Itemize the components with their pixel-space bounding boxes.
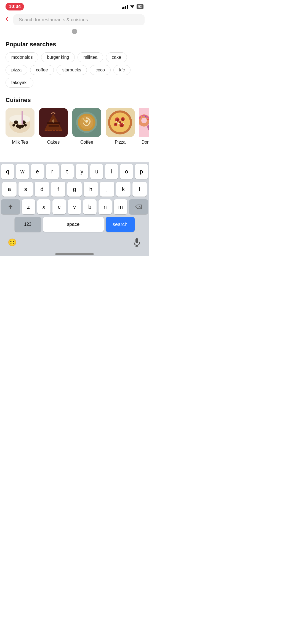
- key-h[interactable]: h: [84, 182, 98, 197]
- tag-takoyaki[interactable]: takoyaki: [6, 78, 33, 88]
- svg-rect-47: [135, 238, 138, 243]
- key-o[interactable]: o: [120, 164, 133, 179]
- cuisine-cakes-image: [39, 108, 68, 137]
- key-g[interactable]: g: [67, 182, 82, 197]
- tag-kfc[interactable]: kfc: [113, 65, 131, 75]
- key-j[interactable]: j: [100, 182, 114, 197]
- key-f[interactable]: f: [51, 182, 65, 197]
- key-w[interactable]: w: [16, 164, 29, 179]
- key-n[interactable]: n: [99, 199, 112, 214]
- tag-starbucks[interactable]: starbucks: [57, 65, 87, 75]
- cuisine-donuts-label: Don...: [142, 140, 149, 145]
- key-shift[interactable]: [1, 199, 20, 214]
- svg-point-3: [14, 120, 18, 124]
- tags-container: mcdonalds burger king milktea cake pizza…: [6, 52, 143, 88]
- key-e[interactable]: e: [31, 164, 44, 179]
- tag-burger-king[interactable]: burger king: [41, 52, 75, 62]
- popular-searches-title: Popular searches: [6, 41, 143, 48]
- cuisines-section: Cuisines: [0, 90, 149, 151]
- keyboard-extras: 🙂: [0, 235, 149, 251]
- cuisine-cakes[interactable]: Cakes: [39, 108, 68, 145]
- svg-rect-10: [22, 111, 23, 125]
- status-icons: 53: [122, 4, 143, 9]
- key-z[interactable]: z: [22, 199, 35, 214]
- key-l[interactable]: l: [132, 182, 147, 197]
- key-d[interactable]: d: [35, 182, 49, 197]
- search-input[interactable]: Search for restaurants & cuisines: [13, 14, 145, 25]
- key-r[interactable]: r: [46, 164, 59, 179]
- cuisine-milktea[interactable]: Milk Tea: [6, 108, 34, 145]
- key-numbers[interactable]: 123: [15, 217, 41, 232]
- keyboard-row-1: q w e r t y u i o p: [0, 164, 149, 179]
- tag-cake[interactable]: cake: [106, 52, 127, 62]
- text-cursor: [18, 17, 18, 23]
- cuisine-pizza-label: Pizza: [115, 140, 126, 145]
- svg-point-6: [16, 124, 19, 128]
- emoji-button[interactable]: 🙂: [7, 237, 18, 248]
- svg-point-35: [123, 123, 124, 124]
- svg-point-34: [118, 123, 120, 124]
- svg-point-36: [116, 121, 117, 122]
- key-m[interactable]: m: [114, 199, 127, 214]
- key-search[interactable]: search: [106, 217, 135, 232]
- svg-point-31: [115, 123, 117, 125]
- drag-dot: [72, 29, 77, 34]
- cuisine-cakes-label: Cakes: [47, 140, 60, 145]
- tag-pizza[interactable]: pizza: [6, 65, 27, 75]
- svg-point-9: [24, 124, 27, 127]
- key-c[interactable]: c: [52, 199, 66, 214]
- key-b[interactable]: b: [83, 199, 97, 214]
- cuisine-milktea-image: [6, 108, 34, 137]
- key-k[interactable]: k: [116, 182, 131, 197]
- tag-coco[interactable]: coco: [90, 65, 111, 75]
- tag-mcdonalds[interactable]: mcdonalds: [6, 52, 38, 62]
- battery-indicator: 53: [137, 4, 143, 9]
- cuisine-donuts[interactable]: Don...: [139, 108, 149, 145]
- keyboard-row-2: a s d f g h j k l: [0, 182, 149, 197]
- key-q[interactable]: q: [1, 164, 14, 179]
- svg-point-30: [120, 124, 123, 127]
- home-indicator: [0, 251, 149, 256]
- cuisine-donuts-image: [139, 108, 149, 137]
- svg-point-2: [9, 115, 30, 124]
- svg-point-7: [21, 124, 24, 128]
- status-time: 10:34: [6, 3, 24, 10]
- home-bar: [55, 253, 94, 255]
- status-bar: 10:34 53: [0, 0, 149, 12]
- svg-point-39: [141, 118, 147, 123]
- cuisine-milktea-label: Milk Tea: [12, 140, 28, 145]
- tag-milktea[interactable]: milktea: [78, 52, 103, 62]
- key-t[interactable]: t: [61, 164, 74, 179]
- key-delete[interactable]: [129, 199, 148, 214]
- cuisine-coffee-image: [72, 108, 101, 137]
- search-bar-container: Search for restaurants & cuisines: [0, 12, 149, 28]
- cuisine-pizza-image: [106, 108, 135, 137]
- cuisine-coffee[interactable]: Coffee: [72, 108, 101, 145]
- key-x[interactable]: x: [37, 199, 51, 214]
- keyboard: q w e r t y u i o p a s d f g h j k l z …: [0, 162, 149, 256]
- cuisines-title: Cuisines: [6, 96, 143, 104]
- cuisine-pizza[interactable]: Pizza: [106, 108, 135, 145]
- key-u[interactable]: u: [90, 164, 103, 179]
- wifi-icon: [129, 4, 135, 9]
- svg-point-29: [121, 118, 124, 121]
- keyboard-row-3: z x c v b n m: [0, 199, 149, 214]
- back-button[interactable]: [4, 16, 10, 23]
- popular-searches-section: Popular searches mcdonalds burger king m…: [0, 36, 149, 90]
- tag-coffee[interactable]: coffee: [30, 65, 54, 75]
- svg-point-8: [12, 124, 15, 127]
- key-a[interactable]: a: [2, 182, 17, 197]
- key-y[interactable]: y: [76, 164, 89, 179]
- microphone-button[interactable]: [131, 237, 142, 248]
- cuisines-scroll: Milk Tea: [6, 108, 143, 147]
- cuisine-coffee-label: Coffee: [80, 140, 93, 145]
- key-s[interactable]: s: [18, 182, 33, 197]
- key-v[interactable]: v: [68, 199, 81, 214]
- drag-handle: [0, 28, 149, 36]
- search-placeholder: Search for restaurants & cuisines: [19, 17, 88, 23]
- key-p[interactable]: p: [135, 164, 148, 179]
- signal-icon: [122, 4, 128, 9]
- svg-point-16: [52, 119, 54, 123]
- key-i[interactable]: i: [105, 164, 118, 179]
- key-space[interactable]: space: [43, 217, 104, 232]
